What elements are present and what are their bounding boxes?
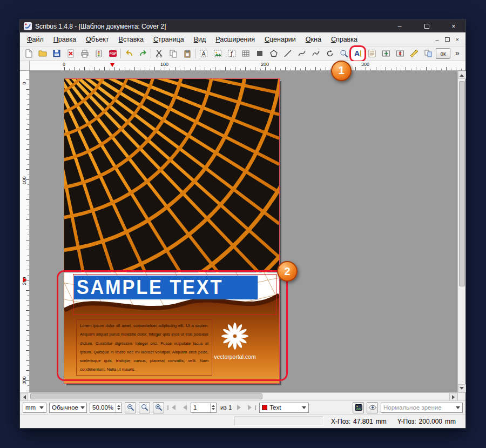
- story-editor-icon[interactable]: [366, 48, 378, 60]
- y-position-unit: mm: [445, 418, 456, 425]
- insert-table-icon[interactable]: [239, 48, 252, 60]
- zoom-value: 50.00%: [90, 403, 116, 412]
- link-text-frames-icon[interactable]: [380, 48, 392, 60]
- menu-item-object[interactable]: Объект: [81, 34, 114, 45]
- y-position-readout: Y-Поз: 200.000 mm: [397, 418, 456, 425]
- mdi-controls: – ×: [435, 36, 463, 43]
- image-visibility-toggle-icon[interactable]: [353, 402, 364, 413]
- insert-render-frame-icon[interactable]: ƒ: [225, 48, 238, 60]
- toolbar-separator: [195, 49, 195, 58]
- menu-edit[interactable]: Правка: [49, 34, 81, 45]
- previous-page-button[interactable]: [179, 403, 188, 413]
- insert-image-frame-icon[interactable]: [211, 48, 224, 60]
- zoom-out-button[interactable]: [125, 402, 136, 413]
- edit-contents-icon[interactable]: A 1: [352, 48, 364, 60]
- mdi-restore-button[interactable]: [445, 37, 450, 42]
- pdf-export-icon[interactable]: PDF: [106, 48, 119, 60]
- scribus-window: Scribus 1.4.8 - [Шаблон документа: Cover…: [19, 19, 466, 429]
- zoom-tool-icon[interactable]: [338, 48, 350, 60]
- last-page-button[interactable]: [247, 403, 256, 413]
- save-icon[interactable]: [50, 48, 63, 60]
- page-number-combo[interactable]: 1: [191, 403, 217, 413]
- cut-icon[interactable]: [153, 48, 165, 60]
- scroll-down-button[interactable]: [458, 384, 466, 392]
- toolbar-separator: [120, 49, 121, 58]
- hruler-number: 200: [261, 62, 269, 67]
- page-number-value: 1: [191, 403, 210, 412]
- horizontal-scroll-track[interactable]: [28, 393, 449, 400]
- insert-text-frame-icon[interactable]: A: [197, 48, 210, 60]
- menu-help[interactable]: Справка: [326, 34, 362, 45]
- preflight-verifier-icon[interactable]: [92, 48, 105, 60]
- layer-name: Text: [269, 404, 281, 411]
- x-position-label: X-Поз:: [331, 418, 350, 425]
- main-area: 0 100 200 300: [20, 71, 465, 392]
- print-icon[interactable]: [78, 48, 91, 60]
- zoom-in-button[interactable]: [153, 402, 164, 413]
- mdi-close-button[interactable]: ×: [456, 36, 459, 43]
- next-page-button[interactable]: [235, 403, 245, 413]
- insert-polygon-icon[interactable]: [267, 48, 280, 60]
- toolbar-separator: [151, 49, 151, 58]
- unlink-text-frames-icon[interactable]: [394, 48, 406, 60]
- paste-icon[interactable]: [181, 48, 193, 60]
- vertical-ruler[interactable]: 0 100 200 300: [20, 71, 30, 392]
- insert-bezier-icon[interactable]: [295, 48, 308, 60]
- document-canvas[interactable]: SAMPLE TEXT Lorem ipsum dolor sit amet, …: [30, 71, 457, 392]
- layer-combo[interactable]: Text: [259, 403, 309, 413]
- vision-simulation-combo[interactable]: Нормальное зрение: [381, 403, 463, 413]
- window-title: Scribus 1.4.8 - [Шаблон документа: Cover…: [35, 23, 384, 30]
- mdi-minimize-button[interactable]: –: [435, 36, 438, 43]
- measurements-icon[interactable]: [408, 48, 420, 60]
- new-document-icon[interactable]: [22, 48, 35, 60]
- insert-line-icon[interactable]: [281, 48, 294, 60]
- scroll-right-button[interactable]: [449, 393, 457, 401]
- scrollbar-corner: [457, 393, 465, 400]
- zoom-spinbox[interactable]: 50.00%: [90, 403, 122, 413]
- minimize-button[interactable]: –: [388, 20, 411, 32]
- close-button[interactable]: ×: [442, 20, 465, 32]
- horizontal-ruler[interactable]: 0 100 200 300: [30, 61, 465, 71]
- ruler-origin-box[interactable]: [20, 61, 30, 71]
- svg-text:A: A: [201, 51, 205, 57]
- toolbar-overflow-chevron[interactable]: »: [453, 49, 462, 57]
- menu-view[interactable]: Вид: [189, 34, 211, 45]
- rotate-item-icon[interactable]: [323, 48, 336, 60]
- x-position-value: 47.801: [353, 418, 373, 425]
- menu-insert[interactable]: Вставка: [114, 34, 148, 45]
- preview-eye-icon[interactable]: [367, 402, 378, 413]
- vertical-scrollbar[interactable]: [457, 71, 465, 392]
- page-count-label: из 1: [219, 404, 233, 411]
- vision-value: Нормальное зрение: [383, 404, 442, 411]
- scroll-left-button[interactable]: [20, 393, 28, 401]
- horizontal-scroll-thumb[interactable]: [30, 393, 262, 399]
- open-document-icon[interactable]: [36, 48, 49, 60]
- bottom-controls-bar: mm Обычное 50.00% 1 из 1 Text Нормальное…: [20, 400, 465, 414]
- menu-extras[interactable]: Расширения: [211, 34, 260, 45]
- copy-item-properties-icon[interactable]: [422, 48, 434, 60]
- zoom-reset-button[interactable]: [139, 402, 150, 413]
- cursor-y-marker: [23, 278, 29, 282]
- close-document-icon[interactable]: [64, 48, 77, 60]
- menu-windows[interactable]: Окна: [301, 34, 326, 45]
- insert-freehand-icon[interactable]: [309, 48, 322, 60]
- quality-combo[interactable]: Обычное: [49, 403, 87, 413]
- menu-scripts[interactable]: Сценарии: [260, 34, 301, 45]
- maximize-button[interactable]: [415, 20, 438, 32]
- scroll-up-button[interactable]: [458, 71, 466, 79]
- redo-icon[interactable]: [137, 48, 149, 60]
- vruler-ticks: [26, 79, 29, 392]
- menu-bar: Файл Правка Объект Вставка Страница Вид …: [20, 32, 465, 46]
- x-position-readout: X-Поз: 47.801 mm: [331, 418, 387, 425]
- undo-icon[interactable]: [123, 48, 135, 60]
- horizontal-scrollbar[interactable]: [20, 392, 465, 400]
- copy-icon[interactable]: [167, 48, 179, 60]
- first-page-button[interactable]: [167, 403, 176, 413]
- pdf-push-button-icon[interactable]: ок: [436, 48, 450, 59]
- insert-shape-icon[interactable]: [253, 48, 266, 60]
- x-position-unit: mm: [376, 418, 387, 425]
- menu-file[interactable]: Файл: [22, 34, 49, 45]
- vertical-scroll-thumb[interactable]: [459, 81, 465, 286]
- menu-page[interactable]: Страница: [148, 34, 189, 45]
- unit-combo[interactable]: mm: [23, 403, 46, 413]
